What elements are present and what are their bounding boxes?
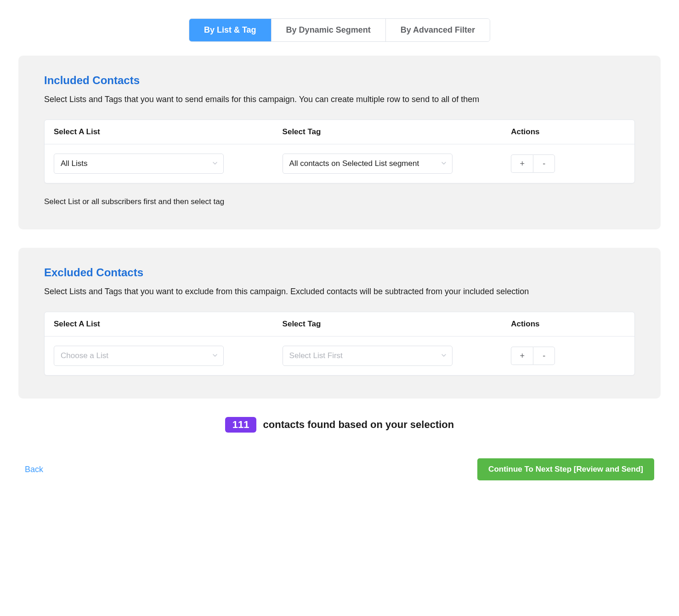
included-table: Select A List Select Tag Actions All Lis…: [44, 120, 635, 183]
table-header: Select A List Select Tag Actions: [45, 312, 634, 337]
tab-by-list-tag[interactable]: By List & Tag: [189, 19, 272, 41]
contact-count-badge: 111: [225, 417, 257, 433]
row-actions: + -: [511, 347, 625, 365]
tab-group: By List & Tag By Dynamic Segment By Adva…: [189, 18, 490, 42]
excluded-contacts-panel: Excluded Contacts Select Lists and Tags …: [18, 248, 661, 399]
included-tag-value: All contacts on Selected List segment: [289, 159, 419, 168]
col-header-tag: Select Tag: [283, 319, 511, 329]
excluded-tag-select[interactable]: Select List First: [283, 346, 453, 366]
tab-by-dynamic-segment[interactable]: By Dynamic Segment: [272, 19, 386, 41]
add-row-button[interactable]: +: [511, 347, 533, 365]
remove-row-button[interactable]: -: [533, 347, 555, 365]
excluded-list-select[interactable]: Choose a List: [54, 346, 224, 366]
remove-row-button[interactable]: -: [533, 154, 555, 173]
filter-tabs: By List & Tag By Dynamic Segment By Adva…: [18, 18, 661, 42]
add-row-button[interactable]: +: [511, 154, 533, 173]
footer-nav: Back Continue To Next Step [Review and S…: [18, 458, 661, 480]
col-header-list: Select A List: [54, 127, 283, 137]
result-summary: 111 contacts found based on your selecti…: [18, 417, 661, 433]
back-link[interactable]: Back: [25, 465, 43, 474]
chevron-down-icon: [441, 351, 447, 360]
result-text: contacts found based on your selection: [263, 419, 454, 430]
table-row: All Lists All contacts on Selected List …: [45, 144, 634, 183]
excluded-title: Excluded Contacts: [44, 266, 635, 279]
table-row: Choose a List Select List First + -: [45, 337, 634, 375]
chevron-down-icon: [441, 159, 447, 168]
excluded-tag-placeholder: Select List First: [289, 351, 343, 360]
col-header-actions: Actions: [511, 127, 625, 137]
col-header-tag: Select Tag: [283, 127, 511, 137]
chevron-down-icon: [212, 351, 218, 360]
included-list-value: All Lists: [61, 159, 88, 168]
col-header-actions: Actions: [511, 319, 625, 329]
excluded-description: Select Lists and Tags that you want to e…: [44, 285, 635, 298]
table-header: Select A List Select Tag Actions: [45, 120, 634, 144]
chevron-down-icon: [212, 159, 218, 168]
excluded-table: Select A List Select Tag Actions Choose …: [44, 312, 635, 376]
included-hint: Select List or all subscribers first and…: [44, 197, 635, 206]
included-title: Included Contacts: [44, 74, 635, 87]
excluded-list-placeholder: Choose a List: [61, 351, 108, 360]
included-tag-select[interactable]: All contacts on Selected List segment: [283, 154, 453, 174]
included-contacts-panel: Included Contacts Select Lists and Tags …: [18, 56, 661, 229]
included-list-select[interactable]: All Lists: [54, 154, 224, 174]
included-description: Select Lists and Tags that you want to s…: [44, 93, 635, 106]
tab-by-advanced-filter[interactable]: By Advanced Filter: [386, 19, 490, 41]
col-header-list: Select A List: [54, 319, 283, 329]
row-actions: + -: [511, 154, 625, 173]
continue-button[interactable]: Continue To Next Step [Review and Send]: [477, 458, 654, 480]
